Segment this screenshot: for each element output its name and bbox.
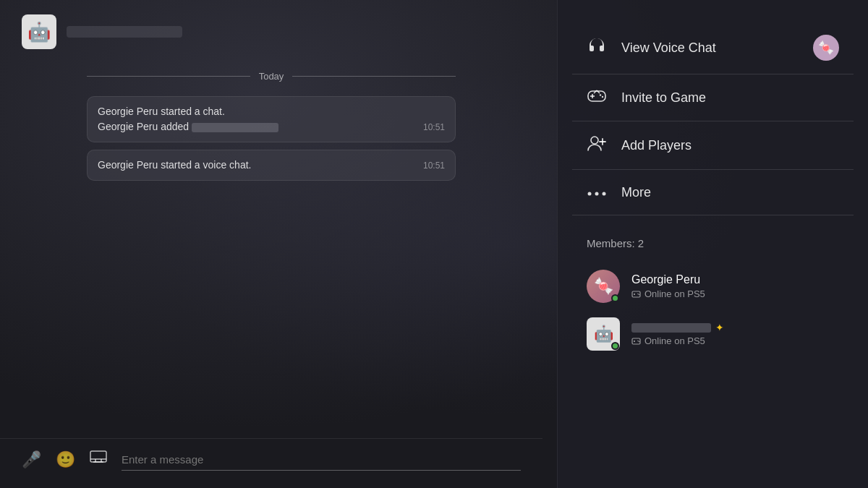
- more-dots-icon: [587, 183, 607, 202]
- svg-point-21: [637, 294, 639, 295]
- svg-rect-0: [90, 451, 106, 462]
- microphone-icon[interactable]: 🎤: [22, 450, 41, 469]
- message-text-2a: Georgie Peru started a voice chat.: [98, 158, 251, 173]
- chat-input-bar: 🎤 🙂: [0, 438, 542, 488]
- headset-icon: [587, 37, 607, 59]
- member-info-georgie: Georgie Peru Online on PS5: [631, 273, 705, 299]
- svg-point-15: [588, 192, 592, 196]
- message-line-2a: Georgie Peru started a voice chat. 10:51: [98, 158, 445, 173]
- svg-point-16: [595, 192, 599, 196]
- member-name-current-redacted: [631, 323, 711, 333]
- message-time-1b: 10:51: [423, 121, 445, 134]
- media-icon[interactable]: [90, 450, 107, 469]
- voice-chat-label: View Voice Chat: [621, 40, 716, 56]
- svg-point-8: [600, 94, 601, 95]
- message-text-1a: Georgie Peru started a chat.: [98, 104, 225, 119]
- right-panel: View Voice Chat 🍬 Invite to Game: [557, 0, 868, 488]
- date-divider: Today: [87, 71, 456, 82]
- add-person-icon: [587, 134, 607, 156]
- member-item-georgie: 🍬 Georgie Peru Online on PS5: [587, 262, 839, 310]
- member-name-row-current: ✦: [631, 322, 724, 333]
- invite-game-label: Invite to Game: [621, 90, 706, 106]
- message-line-1b: Georgie Peru added 10:51: [98, 119, 445, 134]
- svg-point-22: [639, 294, 640, 296]
- ps-plus-icon: ✦: [715, 322, 724, 333]
- action-list: View Voice Chat 🍬 Invite to Game: [558, 14, 868, 223]
- voice-chat-avatar: 🍬: [813, 35, 839, 61]
- redacted-name-1: [192, 123, 278, 132]
- chat-avatar: 🤖: [22, 14, 56, 49]
- status-text-current: Online on PS5: [644, 335, 705, 346]
- ps5-status-icon-georgie: [631, 289, 641, 299]
- more-label: More: [621, 185, 651, 200]
- date-divider-text: Today: [259, 71, 284, 82]
- member-status-current: Online on PS5: [631, 335, 724, 346]
- chat-header: 🤖: [0, 0, 542, 64]
- svg-point-17: [603, 192, 606, 196]
- member-avatar-wrap-georgie: 🍬: [587, 270, 620, 303]
- member-info-current: ✦ Online on PS5: [631, 322, 724, 346]
- svg-point-26: [637, 341, 639, 342]
- members-label: Members: 2: [587, 237, 839, 249]
- chat-messages: Today Georgie Peru started a chat. Georg…: [0, 64, 542, 438]
- member-avatar-wrap-current: 🤖: [587, 317, 620, 351]
- online-indicator-current: [611, 342, 619, 350]
- member-item-current: 🤖 ✦ Online on PS5: [587, 310, 839, 358]
- message-bubble-1: Georgie Peru started a chat. Georgie Per…: [87, 96, 456, 142]
- svg-point-27: [639, 341, 640, 343]
- member-name-row-georgie: Georgie Peru: [631, 273, 705, 286]
- action-more[interactable]: More: [558, 170, 868, 215]
- action-view-voice-chat[interactable]: View Voice Chat 🍬: [558, 22, 868, 74]
- member-status-georgie: Online on PS5: [631, 288, 705, 299]
- voice-chat-avatar-wrap: 🍬: [813, 35, 839, 61]
- chat-area: 🤖 Today Georgie Peru started a chat. Geo…: [0, 0, 542, 488]
- message-line-1a: Georgie Peru started a chat.: [98, 104, 445, 119]
- chat-header-name: [67, 26, 182, 38]
- action-add-players[interactable]: Add Players: [558, 121, 868, 169]
- svg-point-12: [591, 137, 598, 144]
- svg-point-9: [602, 96, 603, 98]
- add-players-label: Add Players: [621, 138, 692, 153]
- message-bubble-2: Georgie Peru started a voice chat. 10:51: [87, 150, 456, 181]
- message-text-1b: Georgie Peru added: [98, 119, 278, 134]
- divider-4: [572, 215, 854, 215]
- ps5-status-icon-current: [631, 336, 641, 346]
- members-section: Members: 2 🍬 Georgie Peru: [558, 223, 868, 365]
- gamepad-icon: [587, 87, 607, 108]
- message-input[interactable]: [122, 449, 521, 471]
- member-name-georgie: Georgie Peru: [631, 273, 700, 286]
- emoji-icon[interactable]: 🙂: [56, 450, 75, 469]
- online-indicator-georgie: [611, 294, 619, 302]
- action-invite-game[interactable]: Invite to Game: [558, 74, 868, 121]
- message-time-2a: 10:51: [423, 159, 445, 172]
- status-text-georgie: Online on PS5: [644, 288, 705, 299]
